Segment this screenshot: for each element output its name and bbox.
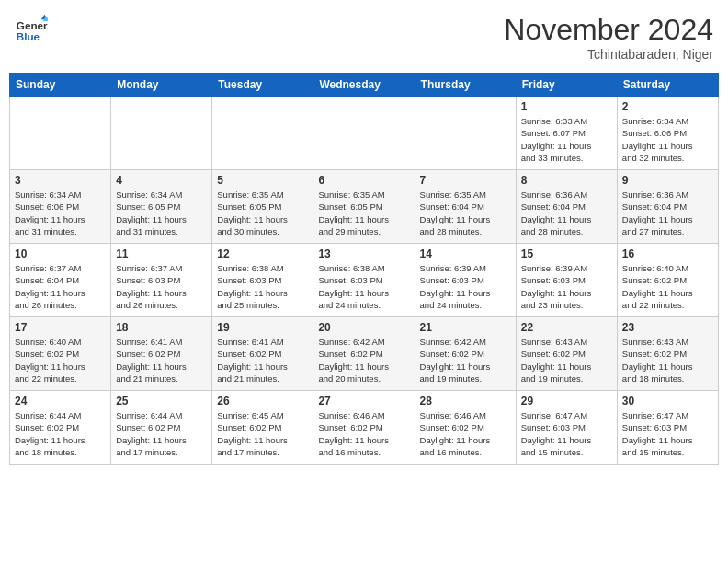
weekday-label: Sunday (10, 74, 111, 97)
day-info: Sunrise: 6:38 AM Sunset: 6:03 PM Dayligh… (217, 262, 308, 311)
svg-text:Blue: Blue (17, 30, 40, 42)
day-number: 17 (15, 321, 106, 334)
day-info: Sunrise: 6:47 AM Sunset: 6:03 PM Dayligh… (622, 409, 713, 458)
calendar-cell: 29Sunrise: 6:47 AM Sunset: 6:03 PM Dayli… (516, 391, 617, 465)
weekday-label: Wednesday (313, 74, 415, 97)
day-number: 20 (318, 321, 409, 334)
calendar-cell: 8Sunrise: 6:36 AM Sunset: 6:04 PM Daylig… (516, 170, 617, 244)
calendar-cell: 4Sunrise: 6:34 AM Sunset: 6:05 PM Daylig… (111, 170, 212, 244)
day-number: 5 (217, 174, 308, 187)
day-number: 29 (521, 395, 612, 408)
day-info: Sunrise: 6:35 AM Sunset: 6:05 PM Dayligh… (217, 189, 308, 237)
calendar-cell: 6Sunrise: 6:35 AM Sunset: 6:05 PM Daylig… (313, 170, 415, 244)
day-info: Sunrise: 6:45 AM Sunset: 6:02 PM Dayligh… (217, 409, 308, 458)
calendar-cell (212, 97, 313, 170)
calendar-week-row: 3Sunrise: 6:34 AM Sunset: 6:06 PM Daylig… (10, 170, 719, 244)
day-number: 18 (116, 321, 207, 334)
calendar-week-row: 1Sunrise: 6:33 AM Sunset: 6:07 PM Daylig… (10, 97, 719, 170)
day-number: 3 (15, 174, 106, 187)
logo: General Blue (15, 13, 48, 46)
calendar-cell: 11Sunrise: 6:37 AM Sunset: 6:03 PM Dayli… (111, 244, 212, 317)
calendar-cell: 3Sunrise: 6:34 AM Sunset: 6:06 PM Daylig… (10, 170, 111, 244)
day-number: 9 (622, 174, 713, 187)
day-info: Sunrise: 6:36 AM Sunset: 6:04 PM Dayligh… (622, 189, 713, 237)
calendar-cell: 16Sunrise: 6:40 AM Sunset: 6:02 PM Dayli… (617, 244, 718, 317)
weekday-label: Friday (516, 74, 617, 97)
calendar-cell: 21Sunrise: 6:42 AM Sunset: 6:02 PM Dayli… (415, 317, 516, 391)
day-number: 25 (116, 395, 207, 408)
day-info: Sunrise: 6:34 AM Sunset: 6:05 PM Dayligh… (116, 189, 207, 237)
calendar-cell: 7Sunrise: 6:35 AM Sunset: 6:04 PM Daylig… (415, 170, 516, 244)
calendar-cell: 2Sunrise: 6:34 AM Sunset: 6:06 PM Daylig… (617, 97, 718, 170)
day-info: Sunrise: 6:37 AM Sunset: 6:04 PM Dayligh… (15, 262, 106, 311)
calendar-cell (415, 97, 516, 170)
day-number: 10 (15, 247, 106, 260)
day-info: Sunrise: 6:37 AM Sunset: 6:03 PM Dayligh… (116, 262, 207, 311)
calendar-week-row: 10Sunrise: 6:37 AM Sunset: 6:04 PM Dayli… (10, 244, 719, 317)
day-info: Sunrise: 6:39 AM Sunset: 6:03 PM Dayligh… (420, 262, 511, 311)
calendar-cell: 13Sunrise: 6:38 AM Sunset: 6:03 PM Dayli… (313, 244, 415, 317)
calendar-cell: 10Sunrise: 6:37 AM Sunset: 6:04 PM Dayli… (10, 244, 111, 317)
day-number: 13 (318, 247, 409, 260)
calendar-table: SundayMondayTuesdayWednesdayThursdayFrid… (9, 73, 719, 465)
day-info: Sunrise: 6:35 AM Sunset: 6:05 PM Dayligh… (318, 189, 409, 237)
day-number: 26 (217, 395, 308, 408)
day-number: 22 (521, 321, 612, 334)
calendar-week-row: 24Sunrise: 6:44 AM Sunset: 6:02 PM Dayli… (10, 391, 719, 465)
day-info: Sunrise: 6:47 AM Sunset: 6:03 PM Dayligh… (521, 409, 612, 458)
day-info: Sunrise: 6:46 AM Sunset: 6:02 PM Dayligh… (420, 409, 511, 458)
calendar-body: 1Sunrise: 6:33 AM Sunset: 6:07 PM Daylig… (10, 97, 719, 465)
day-info: Sunrise: 6:42 AM Sunset: 6:02 PM Dayligh… (420, 336, 511, 385)
day-info: Sunrise: 6:40 AM Sunset: 6:02 PM Dayligh… (622, 262, 713, 311)
day-number: 30 (622, 395, 713, 408)
day-info: Sunrise: 6:46 AM Sunset: 6:02 PM Dayligh… (318, 409, 409, 458)
calendar-cell: 27Sunrise: 6:46 AM Sunset: 6:02 PM Dayli… (313, 391, 415, 465)
calendar-cell: 25Sunrise: 6:44 AM Sunset: 6:02 PM Dayli… (111, 391, 212, 465)
day-info: Sunrise: 6:41 AM Sunset: 6:02 PM Dayligh… (217, 336, 308, 385)
calendar-cell: 5Sunrise: 6:35 AM Sunset: 6:05 PM Daylig… (212, 170, 313, 244)
day-info: Sunrise: 6:33 AM Sunset: 6:07 PM Dayligh… (521, 115, 612, 164)
day-number: 4 (116, 174, 207, 187)
page-header: General Blue November 2024 Tchintabarade… (9, 9, 719, 65)
calendar-cell: 18Sunrise: 6:41 AM Sunset: 6:02 PM Dayli… (111, 317, 212, 391)
day-number: 11 (116, 247, 207, 260)
calendar-cell (313, 97, 415, 170)
day-info: Sunrise: 6:44 AM Sunset: 6:02 PM Dayligh… (15, 409, 106, 458)
calendar-cell: 26Sunrise: 6:45 AM Sunset: 6:02 PM Dayli… (212, 391, 313, 465)
day-number: 8 (521, 174, 612, 187)
calendar-cell (10, 97, 111, 170)
day-number: 28 (420, 395, 511, 408)
day-number: 1 (521, 100, 612, 113)
day-info: Sunrise: 6:43 AM Sunset: 6:02 PM Dayligh… (622, 336, 713, 385)
day-number: 23 (622, 321, 713, 334)
day-info: Sunrise: 6:40 AM Sunset: 6:02 PM Dayligh… (15, 336, 106, 385)
day-number: 14 (420, 247, 511, 260)
calendar-cell: 28Sunrise: 6:46 AM Sunset: 6:02 PM Dayli… (415, 391, 516, 465)
day-info: Sunrise: 6:38 AM Sunset: 6:03 PM Dayligh… (318, 262, 409, 311)
calendar-cell: 23Sunrise: 6:43 AM Sunset: 6:02 PM Dayli… (617, 317, 718, 391)
day-number: 24 (15, 395, 106, 408)
weekday-label: Monday (111, 74, 212, 97)
calendar-cell: 19Sunrise: 6:41 AM Sunset: 6:02 PM Dayli… (212, 317, 313, 391)
logo-icon: General Blue (15, 13, 48, 46)
day-info: Sunrise: 6:34 AM Sunset: 6:06 PM Dayligh… (622, 115, 713, 164)
calendar-cell: 24Sunrise: 6:44 AM Sunset: 6:02 PM Dayli… (10, 391, 111, 465)
title-block: November 2024 Tchintabaraden, Niger (504, 13, 713, 62)
day-info: Sunrise: 6:41 AM Sunset: 6:02 PM Dayligh… (116, 336, 207, 385)
calendar-cell: 1Sunrise: 6:33 AM Sunset: 6:07 PM Daylig… (516, 97, 617, 170)
calendar-week-row: 17Sunrise: 6:40 AM Sunset: 6:02 PM Dayli… (10, 317, 719, 391)
day-info: Sunrise: 6:36 AM Sunset: 6:04 PM Dayligh… (521, 189, 612, 237)
day-info: Sunrise: 6:42 AM Sunset: 6:02 PM Dayligh… (318, 336, 409, 385)
calendar-cell: 30Sunrise: 6:47 AM Sunset: 6:03 PM Dayli… (617, 391, 718, 465)
calendar-cell: 15Sunrise: 6:39 AM Sunset: 6:03 PM Dayli… (516, 244, 617, 317)
weekday-label: Saturday (617, 74, 718, 97)
calendar-cell: 9Sunrise: 6:36 AM Sunset: 6:04 PM Daylig… (617, 170, 718, 244)
location: Tchintabaraden, Niger (504, 47, 713, 62)
weekday-header-row: SundayMondayTuesdayWednesdayThursdayFrid… (10, 74, 719, 97)
day-number: 21 (420, 321, 511, 334)
day-number: 16 (622, 247, 713, 260)
day-info: Sunrise: 6:34 AM Sunset: 6:06 PM Dayligh… (15, 189, 106, 237)
weekday-label: Thursday (415, 74, 516, 97)
day-number: 2 (622, 100, 713, 113)
calendar-cell: 14Sunrise: 6:39 AM Sunset: 6:03 PM Dayli… (415, 244, 516, 317)
